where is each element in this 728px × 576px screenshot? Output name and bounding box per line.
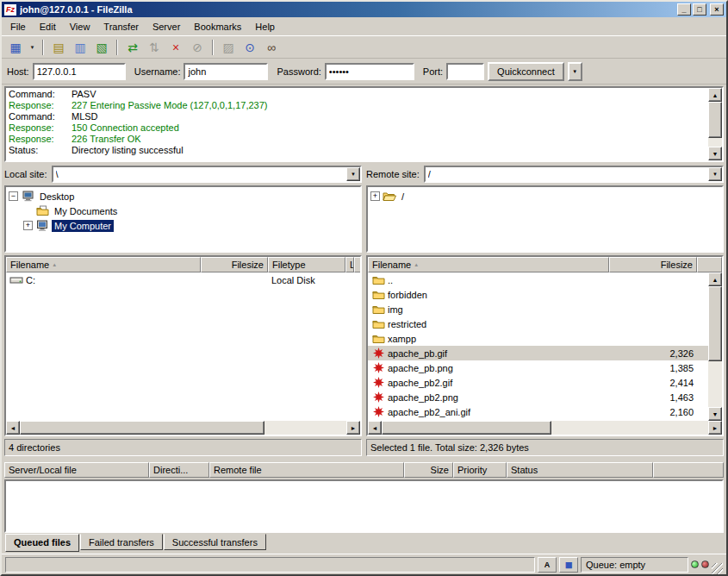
remote-vertical-scrollbar[interactable]: ▲ ▼ (708, 272, 722, 421)
queue-status-text: Queue: empty (581, 557, 688, 573)
abort-button[interactable]: × (165, 38, 186, 57)
menu-item-view[interactable]: View (63, 19, 97, 34)
password-input[interactable] (325, 63, 414, 80)
column-header-size[interactable]: Size (404, 462, 453, 478)
site-manager-button[interactable]: ▦ (5, 38, 26, 57)
scroll-left-icon[interactable]: ◄ (6, 421, 20, 435)
plus-expander-icon[interactable]: + (23, 221, 33, 230)
tab-failed-transfers[interactable]: Failed transfers (80, 534, 163, 550)
remote-file-img[interactable]: img (368, 302, 708, 316)
local-file-list: Filename▲FilesizeFiletypeL C:Local Disk … (4, 255, 362, 436)
remote-vscroll-thumb[interactable] (708, 286, 722, 361)
local-horizontal-scrollbar[interactable]: ◄ ► (6, 421, 360, 435)
host-label: Host: (7, 66, 29, 77)
remote-file-apache-pb2-ani-gif[interactable]: apache_pb2_ani.gif2,160 (368, 404, 708, 419)
port-input[interactable] (446, 63, 484, 80)
remote-file-restricted[interactable]: restricted (368, 316, 708, 331)
log-line: Status:Directory listing successful (9, 145, 706, 156)
remote-file-forbidden[interactable]: forbidden (368, 287, 708, 302)
scroll-up-icon[interactable]: ▲ (708, 272, 722, 286)
filter-button[interactable]: ∞ (261, 38, 282, 57)
host-input[interactable] (33, 63, 126, 80)
maximize-button[interactable]: □ (693, 3, 706, 16)
process-queue-button[interactable]: ⇅ (144, 38, 165, 57)
minimize-button[interactable]: _ (677, 3, 691, 16)
column-header-priority[interactable]: Priority (453, 462, 507, 478)
remote-site-combo[interactable]: ▼ (424, 166, 724, 183)
scroll-up-icon[interactable]: ▲ (708, 88, 722, 102)
menu-item-server[interactable]: Server (146, 19, 187, 34)
tab-successful-transfers[interactable]: Successful transfers (164, 534, 266, 550)
find-files-button[interactable]: ⊙ (240, 38, 260, 57)
toggle-transfer-queue-button[interactable]: ▧ (91, 38, 112, 57)
remote-site-dropdown-icon[interactable]: ▼ (708, 167, 722, 181)
site-manager-dropdown-icon[interactable]: ▼ (27, 38, 38, 57)
local-tree-item-my-documents[interactable]: My Documents (6, 203, 360, 218)
remote-file-xampp[interactable]: xampp (368, 331, 708, 346)
remote-file-apache-pb2-png[interactable]: apache_pb2.png1,463 (368, 390, 708, 404)
titlebar[interactable]: Fz john@127.0.0.1 - FileZilla _ □ × (2, 2, 726, 17)
column-header-filesize[interactable]: Filesize (609, 257, 697, 272)
column-header-directi[interactable]: Directi... (149, 462, 209, 478)
column-header-filetype[interactable]: Filetype (268, 257, 345, 272)
menu-item-edit[interactable]: Edit (33, 19, 63, 34)
quickconnect-dropdown-icon[interactable]: ▼ (568, 62, 582, 81)
column-header-filesize[interactable]: Filesize (201, 257, 268, 272)
image-icon (371, 377, 385, 388)
column-header-status[interactable]: Status (507, 462, 653, 478)
ascii-mode-icon[interactable]: A (538, 557, 557, 573)
remote-file-apache-pb2-gif[interactable]: apache_pb2.gif2,414 (368, 375, 708, 390)
menu-item-bookmarks[interactable]: Bookmarks (187, 19, 248, 34)
file-panes: Local site: ▼ −DesktopMy Documents+My Co… (2, 163, 726, 458)
toggle-tree-views-button[interactable]: ▥ (70, 38, 90, 57)
local-site-dropdown-icon[interactable]: ▼ (346, 167, 360, 181)
column-header-l[interactable]: L (345, 257, 354, 272)
column-header-server-local-file[interactable]: Server/Local file (4, 462, 149, 478)
resize-grip[interactable] (712, 563, 723, 574)
quickconnect-button[interactable]: Quickconnect (488, 62, 564, 81)
remote-file-apache-pb-gif[interactable]: apache_pb.gif2,326 (368, 346, 708, 360)
message-log-lines: Command:PASVResponse:227 Entering Passiv… (6, 88, 708, 160)
remote-tree-item-up[interactable]: +/ (368, 189, 722, 203)
log-scrollbar-thumb[interactable] (708, 102, 722, 138)
scroll-down-icon[interactable]: ▼ (708, 147, 722, 160)
scroll-right-icon[interactable]: ► (708, 421, 722, 435)
menu-item-file[interactable]: File (3, 19, 33, 34)
minus-expander-icon[interactable]: − (9, 191, 18, 201)
username-input[interactable] (184, 63, 268, 80)
scroll-down-icon[interactable]: ▼ (708, 407, 722, 421)
log-scrollbar[interactable]: ▲ ▼ (708, 88, 722, 160)
menu-item-transfer[interactable]: Transfer (96, 19, 146, 34)
refresh-button[interactable]: ⇄ (122, 38, 143, 57)
tab-queued-files[interactable]: Queued files (5, 534, 79, 552)
remote-list-rows: ..forbiddenimgrestrictedxamppapache_pb.g… (368, 272, 708, 421)
column-header-filename[interactable]: Filename▲ (368, 257, 609, 272)
plus-expander-icon[interactable]: + (370, 191, 380, 201)
column-header-remote-file[interactable]: Remote file (209, 462, 404, 478)
remote-site-input[interactable] (426, 167, 708, 181)
transfer-queue-body[interactable] (4, 479, 724, 533)
toggle-message-log-button[interactable]: ▤ (48, 38, 69, 57)
password-label: Password: (277, 66, 320, 77)
local-site-combo[interactable]: ▼ (52, 166, 362, 183)
local-tree-item-desktop[interactable]: −Desktop (6, 189, 360, 203)
menu-item-help[interactable]: Help (248, 19, 282, 34)
directory-comparison-button[interactable]: ▨ (218, 38, 239, 57)
local-site-input[interactable] (53, 167, 346, 181)
column-header-filename[interactable]: Filename▲ (6, 257, 201, 272)
local-tree-item-my-computer[interactable]: +My Computer (6, 218, 360, 233)
remote-file-up[interactable]: .. (368, 272, 708, 287)
remote-file-apache-pb-png[interactable]: apache_pb.png1,385 (368, 360, 708, 375)
remote-directory-tree: +/ (366, 185, 724, 253)
local-hscroll-thumb[interactable] (20, 421, 264, 435)
folder-icon (371, 333, 385, 344)
close-button[interactable]: × (710, 3, 724, 16)
local-file-c[interactable]: C:Local Disk (6, 272, 360, 287)
binary-mode-icon[interactable]: ▦ (559, 557, 578, 573)
remote-horizontal-scrollbar[interactable]: ◄ ► (368, 421, 722, 435)
disconnect-button[interactable]: ⊘ (187, 38, 208, 57)
scroll-right-icon[interactable]: ► (346, 421, 360, 435)
remote-hscroll-thumb[interactable] (382, 421, 551, 435)
directory-comparison-icon: ▨ (222, 41, 233, 53)
scroll-left-icon[interactable]: ◄ (368, 421, 382, 435)
